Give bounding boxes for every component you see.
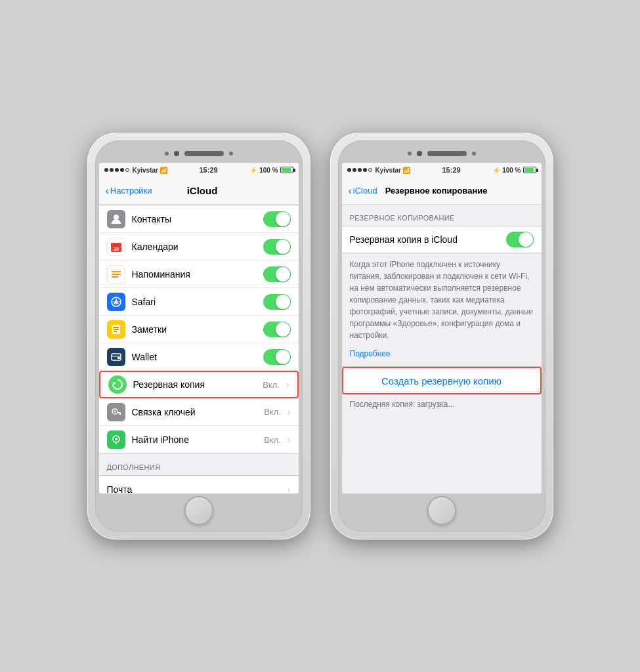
- contacts-toggle[interactable]: [263, 211, 291, 227]
- svg-rect-5: [112, 271, 121, 272]
- svg-rect-6: [112, 274, 121, 275]
- backup-link[interactable]: Подробнее: [342, 349, 542, 366]
- battery2-icon: ⚡: [492, 167, 500, 174]
- back2-label: iCloud: [353, 186, 377, 196]
- backup-toggle-row[interactable]: Резервная копия в iCloud: [342, 226, 542, 253]
- phone-2-inner: Kyivstar 📶 15:29 ⚡ 100 %: [338, 140, 545, 532]
- notes-toggle[interactable]: [263, 322, 291, 337]
- svg-rect-13: [114, 327, 119, 328]
- scene: Kyivstar 📶 15:29 ⚡ 100 %: [74, 119, 566, 553]
- row-notes[interactable]: Заметки: [99, 316, 299, 343]
- safari-label: Safari: [132, 297, 257, 307]
- wallet-label: Wallet: [132, 352, 257, 362]
- create-backup-label: Создать резервную копию: [381, 375, 501, 387]
- phone-1-dot: [165, 152, 169, 156]
- signal2-dot-4: [363, 168, 367, 172]
- backup-toggle-label: Резервная копия в iCloud: [350, 234, 500, 245]
- phone-2-screen: Kyivstar 📶 15:29 ⚡ 100 %: [342, 163, 542, 494]
- battery-icon: ⚡: [249, 167, 257, 174]
- findphone-value: Вкл.: [264, 435, 281, 445]
- keychain-icon: [107, 403, 125, 421]
- row-wallet[interactable]: Wallet: [99, 343, 299, 371]
- contacts-icon: [107, 210, 125, 228]
- signal2-dot-1: [347, 168, 351, 172]
- calendar-icon: 28: [107, 238, 125, 256]
- row-calendar[interactable]: 28 Календари: [99, 233, 299, 261]
- create-backup-section: Создать резервную копию: [342, 366, 542, 394]
- battery-tip: [293, 169, 295, 172]
- svg-point-25: [115, 438, 117, 440]
- last-backup-info: Последняя копия: загрузка...: [342, 394, 542, 414]
- row-backup[interactable]: Резервная копия Вкл. ›: [99, 371, 299, 398]
- phone-1-bottom: [184, 494, 213, 528]
- row-safari[interactable]: Safari: [99, 288, 299, 316]
- svg-text:28: 28: [114, 247, 119, 251]
- phone-1-inner: Kyivstar 📶 15:29 ⚡ 100 %: [95, 140, 303, 532]
- phone-2-content: РЕЗЕРВНОЕ КОПИРОВАНИЕ Резервная копия в …: [342, 205, 542, 494]
- safari-icon: [107, 293, 125, 311]
- backup-toggle-switch[interactable]: [506, 232, 534, 247]
- backup-description: Когда этот iPhone подключен к источнику …: [342, 253, 542, 349]
- calendar-toggle[interactable]: [263, 239, 291, 255]
- row-mail[interactable]: Почта ›: [99, 476, 299, 494]
- battery-fill: [282, 168, 291, 172]
- signal2-dot-2: [352, 168, 356, 172]
- phone-1-top: [99, 144, 299, 163]
- signal-dot-3: [115, 168, 119, 172]
- row-findphone[interactable]: Найти iPhone Вкл. ›: [99, 426, 299, 453]
- notes-icon: [107, 320, 125, 339]
- contacts-label: Контакты: [132, 214, 257, 224]
- back2-arrow-icon: ‹: [349, 185, 352, 197]
- svg-point-0: [114, 215, 119, 220]
- findphone-label: Найти iPhone: [132, 434, 258, 445]
- phone-1-back-button[interactable]: ‹ Настройки: [106, 185, 152, 197]
- notes-label: Заметки: [132, 324, 257, 335]
- backup-chevron: ›: [286, 379, 289, 390]
- create-backup-button[interactable]: Создать резервную копию: [342, 367, 542, 394]
- phone-1-status-bar: Kyivstar 📶 15:29 ⚡ 100 %: [99, 163, 299, 177]
- keychain-label: Связка ключей: [132, 407, 258, 417]
- safari-toggle[interactable]: [263, 294, 291, 310]
- phone-2-dot: [408, 152, 412, 156]
- signal-dot-5: [125, 168, 129, 172]
- signal-dot-2: [110, 168, 114, 172]
- settings-list: Контакты 28: [99, 205, 299, 454]
- phone-1-content: Контакты 28: [99, 205, 299, 494]
- reminders-label: Напоминания: [132, 269, 257, 280]
- row-reminders[interactable]: Напоминания: [99, 261, 299, 288]
- phone-2-status-left: Kyivstar 📶: [347, 167, 410, 174]
- battery2-bar: [523, 167, 536, 173]
- phone-1-time: 15:29: [199, 166, 217, 174]
- row-keychain[interactable]: Связка ключей Вкл. ›: [99, 398, 299, 426]
- svg-rect-17: [112, 356, 121, 357]
- phone-1: Kyivstar 📶 15:29 ⚡ 100 %: [87, 133, 310, 539]
- wifi-icon: 📶: [160, 167, 167, 174]
- phone-2-top: [342, 144, 542, 163]
- svg-rect-7: [112, 276, 118, 278]
- phone-1-screen: Kyivstar 📶 15:29 ⚡ 100 %: [99, 163, 299, 494]
- svg-rect-23: [119, 413, 121, 415]
- phone-1-speaker: [184, 151, 224, 156]
- phone-1-status-left: Kyivstar 📶: [104, 167, 167, 174]
- keychain-value: Вкл.: [264, 407, 281, 417]
- phone-1-nav-title: iCloud: [152, 185, 253, 196]
- svg-rect-14: [114, 329, 119, 330]
- svg-rect-18: [117, 357, 120, 359]
- battery2-fill: [524, 168, 534, 172]
- row-contacts[interactable]: Контакты: [99, 205, 299, 233]
- backup-label: Резервная копия: [133, 379, 257, 390]
- phone-2-back-button[interactable]: ‹ iCloud: [349, 185, 377, 197]
- addons-list: Почта ›: [99, 475, 299, 494]
- phone-2-dot2: [472, 152, 476, 156]
- phone-2-home-button[interactable]: [427, 496, 456, 525]
- battery2-tip: [536, 169, 538, 172]
- phone-2-signal: [347, 168, 372, 172]
- reminders-toggle[interactable]: [263, 266, 291, 282]
- battery2-percent: 100 %: [502, 167, 521, 174]
- phone-1-home-button[interactable]: [184, 496, 213, 525]
- findphone-icon: [107, 430, 125, 449]
- signal-dot-1: [104, 168, 108, 172]
- phone-1-nav-bar: ‹ Настройки iCloud: [99, 177, 299, 205]
- wallet-toggle[interactable]: [263, 349, 291, 365]
- backup-value: Вкл.: [263, 380, 280, 390]
